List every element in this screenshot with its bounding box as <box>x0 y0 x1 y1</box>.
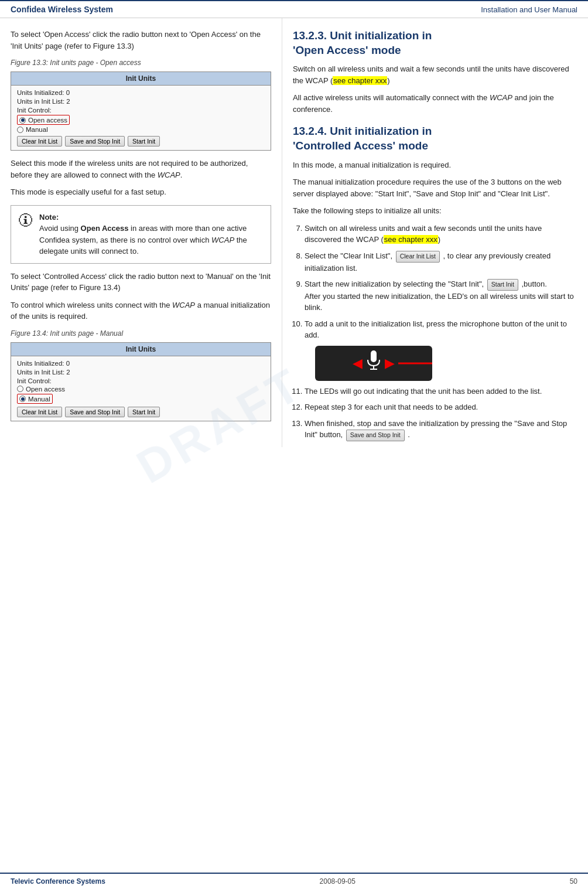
section-2-heading: 13.2.4. Unit initialization in'Controlle… <box>293 124 577 153</box>
fig2-caption: Figure 13.4: Init units page - Manual <box>11 328 271 339</box>
init-units-title-2: Init Units <box>11 343 271 356</box>
radio-open-access-row-1: Open access <box>17 115 265 125</box>
step10-text: To add a unit to the initialization list… <box>305 319 567 340</box>
btn-group-2: Clear Init List Save and Stop Init Start… <box>17 407 265 417</box>
start-init-btn-1[interactable]: Start Init <box>128 136 160 147</box>
page-footer: Televic Conference Systems 2008-09-05 50 <box>0 873 588 889</box>
wcap-italic-2: WCAP <box>172 301 195 309</box>
step13-after: . <box>408 430 410 439</box>
step-11: The LEDs will go out indicating that the… <box>305 386 577 397</box>
section1-para2-before: All active wireless units will automatic… <box>293 93 490 102</box>
radio-open-access-2[interactable]: Open access <box>17 386 65 393</box>
step7-highlight: see chapter xxx <box>384 235 438 244</box>
step7-after: ) <box>438 235 440 244</box>
footer-page-num: 50 <box>570 877 577 885</box>
step8-before: Select the "Clear Init List", <box>305 251 392 260</box>
init-control-label-1: Init Control: <box>17 107 52 114</box>
page-header: Confidea Wireless System Installation an… <box>0 0 588 18</box>
radio-manual-2[interactable]: Manual <box>19 396 50 403</box>
btn-group-1: Clear Init List Save and Stop Init Start… <box>17 136 265 147</box>
init-units-box-1: Init Units Units Initialized: 0 Units in… <box>11 71 271 151</box>
radio-open-access-label-2: Open access <box>26 386 65 393</box>
note-label: Note: <box>39 213 59 222</box>
left-column: To select 'Open Access' click the radio … <box>0 18 282 447</box>
save-stop-init-btn-2[interactable]: Save and Stop Init <box>65 407 125 417</box>
svg-rect-0 <box>371 350 377 362</box>
section2-para3: Take the following steps to initialize a… <box>293 205 577 217</box>
step12-text: Repeat step 3 for each unit that needs t… <box>305 403 478 411</box>
note-content: Note: Avoid using Open Access in areas w… <box>39 212 264 257</box>
units-initialized-row-2: Units Initialized: 0 <box>17 360 265 367</box>
header-right: Installation and User Manual <box>481 5 577 14</box>
init-control-row-2: Init Control: Open access Man <box>17 377 265 404</box>
intro-para1: To select 'Open Access' click the radio … <box>11 29 271 52</box>
mic-arrow-right-icon: ▶ <box>385 353 395 373</box>
section1-wcap: WCAP <box>490 93 512 102</box>
note-bold-text: Open Access <box>81 224 129 233</box>
clear-init-list-btn-1[interactable]: Clear Init List <box>17 136 62 147</box>
units-in-list-row-1: Units in Init List: 2 <box>17 98 265 105</box>
clear-init-list-btn-2[interactable]: Clear Init List <box>17 407 62 417</box>
mic-line <box>398 362 432 364</box>
section1-para1: Switch on all wireless units and wait a … <box>293 63 577 86</box>
step-10: To add a unit to the initialization list… <box>305 318 577 381</box>
section2-para2: The manual initialization procedure requ… <box>293 176 577 199</box>
radio-open-access-row-2: Open access <box>17 386 265 393</box>
note-text1: Avoid using <box>39 224 81 233</box>
note-italic-wcap: WCAP <box>211 236 234 244</box>
step-12: Repeat step 3 for each unit that needs t… <box>305 401 577 413</box>
step-13: When finished, stop and save the initial… <box>305 418 577 441</box>
controlled-para1: To select 'Controlled Access' click the … <box>11 271 271 294</box>
wcap-italic-1: WCAP <box>158 171 180 179</box>
radio-manual-indicator-1 <box>17 127 23 133</box>
page-body: To select 'Open Access' click the radio … <box>0 18 588 447</box>
step11-text: The LEDs will go out indicating that the… <box>305 387 542 396</box>
right-column: 13.2.3. Unit initialization in'Open Acce… <box>282 18 588 447</box>
start-init-btn-2[interactable]: Start Init <box>128 407 160 417</box>
units-in-list-row-2: Units in Init List: 2 <box>17 369 265 376</box>
radio-open-access-1[interactable]: Open access <box>19 117 67 124</box>
mic-center-icon <box>365 350 382 376</box>
controlled-para2: To control which wireless units connect … <box>11 299 271 322</box>
radio-open-access-indicator-1 <box>19 117 26 124</box>
init-units-title-1: Init Units <box>11 72 271 86</box>
section1-para2: All active wireless units will automatic… <box>293 92 577 115</box>
radio-manual-label-1: Manual <box>26 126 48 133</box>
radio-manual-row-1: Manual <box>17 126 265 133</box>
header-left: Confidea Wireless System <box>11 5 113 14</box>
footer-company: Televic Conference Systems <box>11 877 105 885</box>
footer-date: 2008-09-05 <box>320 877 355 885</box>
init-control-label-2: Init Control: <box>17 377 52 384</box>
note-icon: 🛈 <box>18 212 33 230</box>
start-init-inline-btn[interactable]: Start Init <box>487 279 518 291</box>
microphone-image: ◀ ▶ <box>315 346 432 381</box>
radio-manual-highlight-2: Manual <box>17 394 53 404</box>
select-mode-para1: Select this mode if the wireless units a… <box>11 158 271 180</box>
step-9: Start the new initialization by selectin… <box>305 278 577 314</box>
radio-open-access-label-1: Open access <box>28 117 67 124</box>
radio-open-access-highlight-1: Open access <box>17 115 70 125</box>
units-initialized-row-1: Units Initialized: 0 <box>17 89 265 96</box>
step-8: Select the "Clear Init List", Clear Init… <box>305 250 577 274</box>
steps-list: Switch on all wireless units and wait a … <box>305 223 577 441</box>
select-mode-para2: This mode is especially useful for a fas… <box>11 186 271 198</box>
step-7: Switch on all wireless units and wait a … <box>305 223 577 246</box>
radio-manual-1[interactable]: Manual <box>17 126 48 133</box>
clear-list-inline-btn[interactable]: Clear Init List <box>396 251 440 263</box>
note-box: 🛈 Note: Avoid using Open Access in areas… <box>11 205 271 264</box>
section-1-heading: 13.2.3. Unit initialization in'Open Acce… <box>293 29 577 57</box>
init-control-row-1: Init Control: Open access <box>17 107 265 133</box>
mic-arrow-left-icon: ◀ <box>353 353 363 373</box>
radio-manual-indicator-2 <box>19 396 26 402</box>
save-stop-inline-btn[interactable]: Save and Stop Init <box>346 430 405 441</box>
step9-before: Start the new initialization by selectin… <box>305 280 484 288</box>
save-stop-init-btn-1[interactable]: Save and Stop Init <box>65 136 125 147</box>
fig1-caption: Figure 13.3: Init units page - Open acce… <box>11 57 271 68</box>
section-2-num: 13.2.4. <box>293 125 327 137</box>
radio-open-access-indicator-2 <box>17 386 23 392</box>
init-units-box-2: Init Units Units Initialized: 0 Units in… <box>11 342 271 421</box>
init-units-content-2: Units Initialized: 0 Units in Init List:… <box>11 356 271 421</box>
radio-manual-label-2: Manual <box>28 396 50 403</box>
step13-before: When finished, stop and save the initial… <box>305 419 567 440</box>
init-units-content-1: Units Initialized: 0 Units in Init List:… <box>11 86 271 150</box>
